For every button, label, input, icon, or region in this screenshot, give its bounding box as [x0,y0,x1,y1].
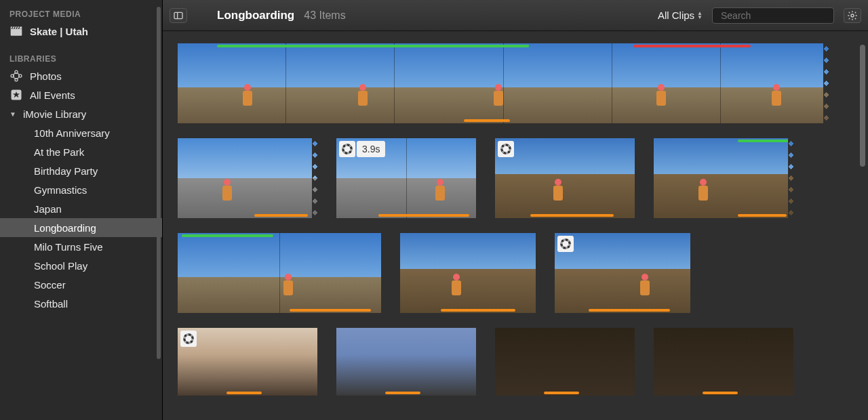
svg-point-17 [851,14,854,17]
clip[interactable] [495,328,635,396]
clip-filter-label: All Clips [658,9,694,21]
svg-rect-0 [11,29,22,36]
clapperboard-icon [9,24,23,38]
sidebar-event-2[interactable]: Birthday Party [0,161,162,180]
sidebar-event-5[interactable]: Longboarding [0,218,162,237]
search-field[interactable] [712,7,834,24]
sidebar-photos-label: Photos [30,70,62,82]
item-count: 43 Items [304,9,345,22]
sidebar-event-3[interactable]: Gymnastics [0,180,162,199]
loading-spinner-icon [339,141,355,157]
project-item[interactable]: Skate | Utah [0,22,162,41]
gear-icon [847,10,858,21]
clip[interactable] [654,328,793,396]
sidebar-event-1[interactable]: At the Park [0,142,162,161]
svg-point-9 [11,75,14,77]
sidebar-event-4[interactable]: Japan [0,199,162,218]
clip-filter-select[interactable]: All Clips ▲▼ [658,9,703,21]
svg-point-10 [19,75,22,77]
sidebar-scrollbar[interactable] [157,7,161,359]
clip[interactable] [555,233,690,313]
sidebar-event-0[interactable]: 10th Anniversary [0,123,162,142]
settings-button[interactable] [844,8,861,23]
clip-browser[interactable]: 3.9s [163,31,868,420]
clip[interactable] [654,138,793,218]
sidebar: PROJECT MEDIA Skate | Utah LIBRARIES Pho… [0,0,163,420]
sidebar-all-events[interactable]: All Events [0,85,162,104]
loading-spinner-icon [557,236,574,252]
svg-point-7 [15,70,18,73]
clip[interactable] [178,328,317,396]
sidebar-event-9[interactable]: Softball [0,294,162,313]
search-input[interactable] [721,10,840,21]
star-square-icon [9,88,23,102]
clip[interactable] [336,328,476,396]
event-title: Longboarding [217,9,294,22]
sidebar-all-events-label: All Events [30,89,75,101]
sidebar-event-8[interactable]: Soccer [0,275,162,294]
sidebar-imovie-library[interactable]: ▼ iMovie Library [0,104,162,123]
svg-point-8 [15,79,18,81]
sidebar-event-7[interactable]: School Play [0,256,162,275]
section-header-project-media: PROJECT MEDIA [0,5,162,22]
browser-scrollbar[interactable] [860,45,865,167]
sidebar-imovie-library-label: iMovie Library [23,108,86,120]
disclosure-triangle-icon[interactable]: ▼ [9,110,16,118]
clip[interactable] [495,138,635,218]
svg-rect-13 [174,12,182,18]
clip[interactable] [178,233,381,313]
section-header-libraries: LIBRARIES [0,50,162,66]
sidebar-photos[interactable]: Photos [0,66,162,85]
toolbar: Longboarding 43 Items All Clips ▲▼ [163,0,868,31]
updown-chevron-icon: ▲▼ [697,12,703,20]
clip[interactable] [400,233,536,313]
photos-icon [9,69,23,83]
clip-duration-badge: 3.9s [357,141,385,157]
project-label: Skate | Utah [30,26,88,37]
loading-spinner-icon [498,141,514,157]
clip-filmstrip[interactable] [178,43,829,123]
svg-point-6 [14,73,19,79]
main: Longboarding 43 Items All Clips ▲▼ [163,0,868,420]
loading-spinner-icon [180,331,197,347]
clip[interactable]: 3.9s [336,138,476,218]
clip[interactable] [178,138,317,218]
toggle-sidebar-button[interactable] [170,8,187,23]
sidebar-event-6[interactable]: Milo Turns Five [0,237,162,256]
